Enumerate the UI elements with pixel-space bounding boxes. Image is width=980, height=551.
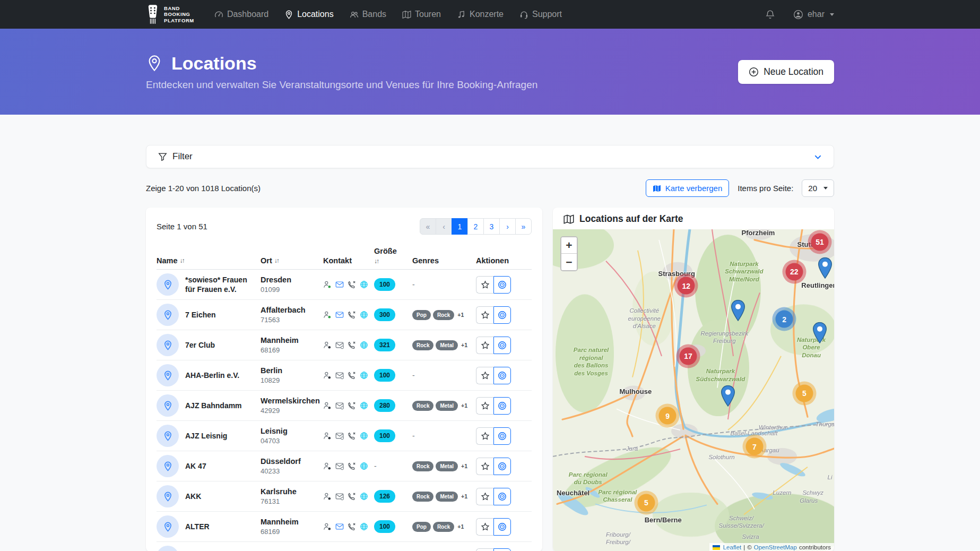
map-cluster-marker[interactable]: 17: [676, 344, 700, 368]
pagination-next-button[interactable]: ›: [499, 218, 516, 235]
table-row[interactable]: AHA-Berlin e.V. Berlin 10829 100 -: [157, 360, 532, 391]
view-button[interactable]: [493, 488, 511, 505]
leaflet-map[interactable]: PforzheimStuttgartStrasbourgNaturpark Sc…: [553, 229, 834, 551]
locations-table-card: Seite 1 von 51 « ‹ 1 2 3 › » Name↓↑ Ort↓…: [146, 208, 542, 551]
pagination-page-1[interactable]: 1: [452, 218, 468, 235]
column-header-groesse[interactable]: Größe↓↑: [374, 247, 398, 265]
favorite-button[interactable]: [476, 518, 493, 536]
pagination-last-button[interactable]: »: [515, 218, 532, 235]
favorite-button[interactable]: [476, 488, 493, 505]
table-row[interactable]: AJZ Leisnig Leisnig 04703 100 -: [157, 421, 532, 451]
zoom-out-button[interactable]: −: [561, 254, 577, 270]
favorite-button[interactable]: [476, 397, 493, 415]
table-row[interactable]: 7 Eichen Affalterbach 71563 300 PopRock+…: [157, 300, 532, 330]
map-cluster-marker[interactable]: 22: [782, 260, 806, 283]
username: ehar: [808, 10, 825, 19]
table-row[interactable]: AK 47 Düsseldorf 40233 - RockMetal+1: [157, 451, 532, 481]
map-pin-marker[interactable]: [731, 300, 745, 322]
genres-empty: -: [412, 371, 415, 380]
location-zip: 01099: [261, 286, 323, 294]
sort-icon[interactable]: ↓↑: [274, 257, 279, 264]
nav-item-support[interactable]: Support: [519, 10, 562, 19]
favorite-button[interactable]: [476, 427, 493, 445]
view-button[interactable]: [493, 306, 511, 324]
page-title: Locations: [171, 53, 257, 74]
favorite-button[interactable]: [476, 367, 493, 384]
contact-person-icon: [323, 462, 332, 470]
location-city: Mannheim: [261, 518, 323, 526]
map-cluster-marker[interactable]: 5: [792, 381, 816, 405]
items-per-page-select[interactable]: 20: [802, 179, 834, 197]
map-cluster-marker[interactable]: 5: [634, 490, 658, 514]
pagination-prev-button[interactable]: ‹: [436, 218, 452, 235]
column-header-name[interactable]: Name↓↑: [157, 256, 261, 265]
view-button[interactable]: [493, 548, 511, 551]
location-city: Affalterbach: [261, 306, 323, 314]
capacity-badge: 321: [374, 339, 395, 351]
table-row[interactable]: [157, 542, 532, 551]
map-pin-marker[interactable]: [818, 257, 832, 279]
sort-icon[interactable]: ↓↑: [374, 257, 378, 265]
nav-item-touren[interactable]: Touren: [402, 10, 441, 19]
table-row[interactable]: AKK Karlsruhe 76131 126 RockMetal+1: [157, 481, 532, 512]
view-button[interactable]: [493, 367, 511, 384]
map-pin-marker[interactable]: [812, 322, 827, 344]
column-header-ort[interactable]: Ort↓↑: [261, 256, 323, 265]
view-button[interactable]: [493, 458, 511, 475]
genre-badge: Metal: [436, 401, 458, 411]
genre-badge: Metal: [436, 461, 458, 471]
nav-item-locations[interactable]: Locations: [284, 10, 334, 19]
new-location-button[interactable]: Neue Location: [738, 60, 834, 84]
map-card: Locations auf der Karte: [553, 208, 834, 551]
favorite-button[interactable]: [476, 306, 493, 324]
results-count: Zeige 1-20 von 1018 Location(s): [146, 184, 261, 193]
zoom-in-button[interactable]: +: [561, 237, 577, 254]
table-row[interactable]: 7er Club Mannheim 68169 321 RockMetal+1: [157, 330, 532, 360]
view-button[interactable]: [493, 518, 511, 536]
map-cluster-marker[interactable]: 7: [743, 435, 767, 459]
phone-x-icon: [348, 341, 356, 349]
notifications-bell-icon[interactable]: [765, 10, 775, 20]
favorite-button[interactable]: [476, 276, 493, 294]
location-name: AKK: [185, 492, 201, 501]
leaflet-link[interactable]: Leaflet: [723, 544, 742, 550]
favorite-button[interactable]: [476, 548, 493, 551]
globe-icon: [360, 401, 368, 410]
table-row[interactable]: AJZ Bahndamm Wermelskirchen 42929 280 Ro…: [157, 391, 532, 421]
genres: RockMetal+1: [412, 340, 476, 350]
map-cluster-marker[interactable]: 51: [808, 230, 831, 254]
user-menu[interactable]: ehar: [793, 10, 834, 20]
map-cluster-marker[interactable]: 12: [674, 274, 698, 298]
favorite-button[interactable]: [476, 337, 493, 354]
pagination-first-button[interactable]: «: [420, 218, 436, 235]
pagination-page-3[interactable]: 3: [483, 218, 500, 235]
view-button[interactable]: [493, 397, 511, 415]
nav-item-bands[interactable]: Bands: [350, 10, 386, 19]
table-row[interactable]: ALTER Mannheim 68169 100 PopRock+1: [157, 512, 532, 542]
view-button[interactable]: [493, 276, 511, 294]
brand-logo[interactable]: BAND BOOKING PLATFORM: [146, 4, 194, 24]
genre-badge: Rock: [433, 522, 454, 532]
map-cluster-marker[interactable]: 9: [656, 404, 680, 428]
view-button[interactable]: [493, 337, 511, 354]
globe-icon: [360, 371, 368, 380]
more-genres-badge: +1: [461, 402, 467, 409]
location-name: AHA-Berlin e.V.: [185, 371, 239, 380]
chevron-down-icon[interactable]: [814, 153, 822, 161]
contact-person-icon: [323, 280, 332, 289]
table-row[interactable]: *sowieso* Frauen für Frauen e.V. Dresden…: [157, 270, 532, 300]
favorite-button[interactable]: [476, 458, 493, 475]
map-pin-marker[interactable]: [721, 385, 735, 407]
capacity-badge: 100: [374, 429, 395, 442]
location-name: 7er Club: [185, 340, 215, 350]
osm-link[interactable]: OpenStreetMap: [754, 544, 797, 550]
location-pin-avatar: [157, 304, 179, 326]
hide-map-button[interactable]: Karte verbergen: [646, 179, 730, 197]
sort-icon[interactable]: ↓↑: [180, 257, 184, 264]
nav-item-konzerte[interactable]: Konzerte: [457, 10, 504, 19]
nav-item-dashboard[interactable]: Dashboard: [214, 10, 268, 19]
pagination-page-2[interactable]: 2: [467, 218, 484, 235]
filter-panel-toggle[interactable]: Filter: [146, 145, 834, 168]
map-cluster-marker[interactable]: 2: [773, 307, 796, 331]
view-button[interactable]: [493, 427, 511, 445]
